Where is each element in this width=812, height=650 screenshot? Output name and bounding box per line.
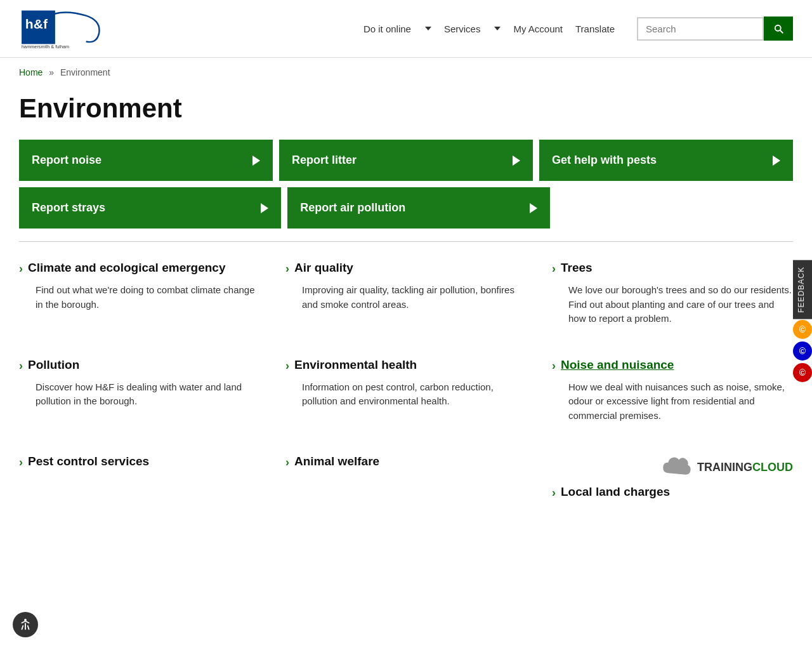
topic-title-env-health[interactable]: Environmental health [294, 358, 417, 372]
topic-chevron-trees: › [552, 262, 556, 275]
do-online-link[interactable]: Do it online [363, 23, 411, 34]
topic-card-noise: › Noise and nuisance How we deal with nu… [552, 352, 793, 430]
training-cloud-text: TRAININGCLOUD [697, 461, 793, 474]
hf-logo: h&f hammersmith & fulham [19, 6, 102, 51]
topic-chevron-animal-welfare: › [285, 456, 289, 469]
topic-chevron-climate: › [19, 262, 23, 275]
topic-desc-climate: Find out what we're doing to combat clim… [19, 283, 260, 312]
topic-title-climate[interactable]: Climate and ecological emergency [28, 261, 226, 275]
breadcrumb-current: Environment [60, 67, 110, 77]
topic-title-trees[interactable]: Trees [561, 261, 593, 275]
training-cloud-icon [660, 454, 692, 480]
topic-chevron-pollution: › [19, 359, 23, 373]
services-chevron [494, 27, 501, 30]
topic-card-header-noise: › Noise and nuisance [552, 358, 793, 373]
report-strays-arrow [261, 203, 268, 213]
action-buttons-row: Report noise Report litter Get help with… [19, 140, 793, 181]
search-icon [773, 23, 784, 34]
site-header: h&f hammersmith & fulham Do it online Se… [0, 0, 812, 58]
report-air-pollution-button[interactable]: Report air pollution [287, 187, 549, 229]
breadcrumb: Home » Environment [0, 58, 812, 87]
get-help-pests-arrow [773, 156, 780, 166]
translate-link[interactable]: Translate [575, 23, 615, 34]
topic-card-land-charges: TRAININGCLOUD › Local land charges [552, 448, 793, 514]
search-button[interactable] [764, 17, 793, 41]
topic-card-header-pest-control: › Pest control services [19, 454, 260, 469]
get-help-pests-label: Get help with pests [552, 154, 657, 167]
topic-desc-env-health: Information on pest control, carbon redu… [285, 380, 527, 409]
topic-desc-trees: We love our borough's trees and so do ou… [552, 283, 793, 326]
topic-desc-air: Improving air quality, tackling air poll… [285, 283, 527, 312]
topic-chevron-env-health: › [285, 359, 289, 373]
my-account-link[interactable]: My Account [513, 23, 563, 34]
topic-card-pollution: › Pollution Discover how H&F is dealing … [19, 352, 260, 430]
topic-card-header-land-charges: › Local land charges [552, 485, 793, 500]
section-divider [19, 241, 793, 242]
report-strays-button[interactable]: Report strays [19, 187, 281, 229]
topic-card-header-pollution: › Pollution [19, 358, 260, 373]
topic-card-env-health: › Environmental health Information on pe… [285, 352, 527, 430]
page-title: Environment [19, 93, 793, 124]
topic-card-header-climate: › Climate and ecological emergency [19, 261, 260, 275]
topic-card-trees: › Trees We love our borough's trees and … [552, 255, 793, 333]
search-box [637, 17, 793, 41]
topic-card-pest-control: › Pest control services [19, 448, 260, 514]
report-litter-button[interactable]: Report litter [279, 140, 533, 181]
topic-title-pollution[interactable]: Pollution [28, 358, 79, 372]
topic-title-air[interactable]: Air quality [294, 261, 353, 275]
svg-text:hammersmith & fulham: hammersmith & fulham [22, 44, 69, 50]
topic-title-noise[interactable]: Noise and nuisance [561, 358, 674, 372]
topic-desc-noise: How we deal with nuisances such as noise… [552, 380, 793, 423]
topic-card-header-trees: › Trees [552, 261, 793, 275]
svg-text:h&f: h&f [25, 17, 48, 31]
action-buttons-row2: Report strays Report air pollution [19, 187, 793, 229]
logo-area: h&f hammersmith & fulham [19, 6, 102, 51]
topic-card-air-quality: › Air quality Improving air quality, tac… [285, 255, 527, 333]
do-online-chevron [425, 27, 431, 30]
main-nav: Do it online Services My Account Transla… [363, 17, 793, 41]
topic-card-animal-welfare: › Animal welfare [285, 448, 527, 514]
topic-chevron-air: › [285, 262, 289, 275]
main-content: Environment Report noise Report litter G… [0, 87, 812, 539]
feedback-tab[interactable]: FEEDBACK [793, 260, 812, 319]
topic-chevron-land-charges: › [552, 486, 556, 500]
topic-title-animal-welfare[interactable]: Animal welfare [294, 454, 379, 468]
report-air-pollution-label: Report air pollution [300, 201, 405, 215]
topic-title-land-charges[interactable]: Local land charges [561, 485, 670, 499]
search-input[interactable] [637, 17, 764, 41]
report-noise-button[interactable]: Report noise [19, 140, 273, 181]
topic-chevron-noise: › [552, 359, 556, 373]
topic-card-header-air: › Air quality [285, 261, 527, 275]
report-air-pollution-arrow [530, 203, 537, 213]
report-strays-label: Report strays [32, 201, 105, 215]
services-link[interactable]: Services [444, 23, 481, 34]
report-noise-arrow [252, 156, 260, 166]
topic-title-pest-control[interactable]: Pest control services [28, 454, 149, 468]
topic-desc-pollution: Discover how H&F is dealing with water a… [19, 380, 260, 409]
breadcrumb-separator: » [49, 67, 54, 77]
feedback-sidebar: FEEDBACK © © © [793, 260, 812, 384]
training-cloud-logo: TRAININGCLOUD [552, 454, 793, 480]
feedback-icon-red[interactable]: © [793, 363, 812, 382]
feedback-icon-blue[interactable]: © [793, 342, 812, 361]
feedback-icon-orange[interactable]: © [793, 320, 812, 339]
breadcrumb-home[interactable]: Home [19, 67, 43, 77]
topic-card-climate: › Climate and ecological emergency Find … [19, 255, 260, 333]
topics-grid: › Climate and ecological emergency Find … [19, 255, 793, 514]
report-noise-label: Report noise [32, 154, 102, 167]
get-help-pests-button[interactable]: Get help with pests [539, 140, 793, 181]
report-litter-label: Report litter [292, 154, 357, 167]
topic-card-header-animal-welfare: › Animal welfare [285, 454, 527, 469]
report-litter-arrow [513, 156, 520, 166]
topic-chevron-pest-control: › [19, 456, 23, 469]
topic-card-header-env-health: › Environmental health [285, 358, 527, 373]
